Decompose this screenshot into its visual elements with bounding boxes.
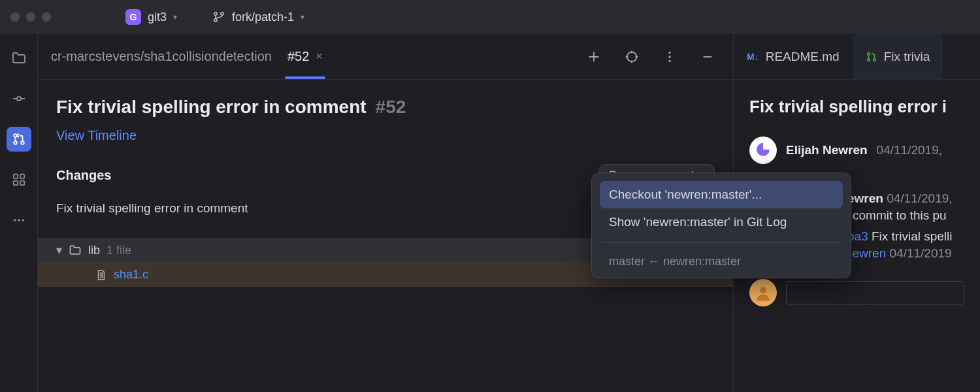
- svg-rect-8: [20, 174, 24, 178]
- menu-footer: master → newren:master: [600, 250, 843, 270]
- file-icon: [95, 269, 107, 281]
- target-icon[interactable]: [619, 50, 644, 64]
- rail-pull-requests[interactable]: [7, 127, 31, 152]
- tab-fix-trivia[interactable]: Fix trivia: [853, 34, 943, 79]
- date-partial: 04/11/2019,: [887, 191, 952, 205]
- svg-point-21: [873, 58, 875, 61]
- pull-request-icon: [866, 51, 877, 63]
- close-dot[interactable]: [10, 12, 20, 22]
- plus-icon[interactable]: [581, 50, 606, 64]
- svg-rect-9: [13, 181, 17, 185]
- markdown-icon: M↓: [747, 52, 759, 62]
- author-name-partial: ewren: [847, 191, 883, 205]
- branch-icon: [212, 10, 225, 24]
- project-selector[interactable]: G git3 ▾: [119, 5, 184, 29]
- rail-apps[interactable]: [7, 167, 31, 192]
- activity-bar: [0, 34, 38, 392]
- chevron-down-icon: ▾: [173, 12, 177, 22]
- avatar: [749, 137, 777, 164]
- titlebar: G git3 ▾ fork/patch-1 ▾: [0, 0, 980, 34]
- view-timeline-link[interactable]: View Timeline: [56, 128, 137, 143]
- project-badge: G: [125, 9, 141, 25]
- menu-show-git-log[interactable]: Show 'newren:master' in Git Log: [600, 208, 843, 236]
- svg-rect-7: [13, 174, 17, 178]
- chevron-down-icon: ▾: [301, 12, 304, 22]
- svg-point-6: [21, 141, 24, 144]
- author-name[interactable]: Elijah Newren: [786, 143, 868, 157]
- svg-point-3: [17, 97, 21, 101]
- rail-commit[interactable]: [7, 86, 31, 111]
- breadcrumb[interactable]: cr-marcstevens/sha1collisiondetection: [51, 49, 272, 64]
- svg-point-1: [214, 19, 217, 22]
- minimize-icon[interactable]: [695, 50, 720, 64]
- file-name: sha1.c: [114, 268, 148, 282]
- project-name: git3: [148, 10, 167, 24]
- svg-point-13: [22, 219, 24, 221]
- minimize-dot[interactable]: [26, 12, 35, 22]
- rail-more[interactable]: [7, 208, 31, 233]
- svg-point-5: [14, 141, 17, 144]
- menu-checkout[interactable]: Checkout 'newren:master'...: [600, 181, 843, 208]
- svg-point-22: [760, 287, 766, 293]
- svg-point-16: [668, 56, 670, 57]
- commit-date: 04/11/2019: [890, 246, 952, 260]
- svg-point-14: [627, 52, 637, 61]
- svg-point-20: [867, 58, 870, 61]
- branch-context-menu: Checkout 'newren:master'... Show 'newren…: [591, 172, 851, 278]
- tab-label: README.md: [766, 50, 840, 64]
- tab-label: Fix trivia: [884, 50, 930, 64]
- right-tabs: M↓ README.md Fix trivia: [734, 34, 980, 80]
- kebab-icon[interactable]: [657, 50, 682, 64]
- tab-bar: cr-marcstevens/sha1collisiondetection #5…: [38, 34, 733, 80]
- branch-selector[interactable]: fork/patch-1 ▾: [206, 7, 311, 28]
- right-pr-title: Fix trivial spelling error i: [749, 97, 964, 117]
- svg-point-15: [668, 51, 670, 53]
- svg-rect-10: [20, 181, 24, 185]
- pr-number: #52: [376, 97, 406, 118]
- svg-point-2: [221, 12, 223, 15]
- svg-point-0: [214, 12, 217, 15]
- menu-divider: [602, 242, 840, 243]
- svg-point-19: [867, 52, 870, 55]
- avatar: [749, 279, 777, 306]
- comment-input[interactable]: [786, 281, 964, 304]
- author-date: 04/11/2019,: [877, 143, 942, 157]
- tab-label: #52: [287, 49, 309, 64]
- window-controls: [10, 12, 51, 22]
- svg-point-12: [18, 219, 20, 221]
- file-count: 1 file: [106, 244, 131, 257]
- rail-folder[interactable]: [7, 46, 31, 71]
- svg-point-17: [668, 59, 670, 61]
- folder-icon: [69, 244, 82, 257]
- zoom-dot[interactable]: [42, 12, 51, 22]
- commit-line: commit to this pu: [853, 208, 964, 223]
- chevron-down-icon: ▾: [56, 243, 62, 257]
- changes-heading: Changes: [56, 168, 111, 183]
- branch-name: fork/patch-1: [232, 10, 294, 24]
- close-icon[interactable]: ×: [316, 50, 323, 63]
- folder-name: lib: [88, 244, 100, 257]
- tab-readme[interactable]: M↓ README.md: [734, 34, 853, 79]
- pr-title: Fix trivial spelling error in comment: [56, 97, 367, 118]
- commit-msg-partial: Fix trivial spelli: [872, 229, 953, 243]
- tab-pr-52[interactable]: #52 ×: [285, 34, 325, 79]
- svg-point-11: [13, 219, 16, 221]
